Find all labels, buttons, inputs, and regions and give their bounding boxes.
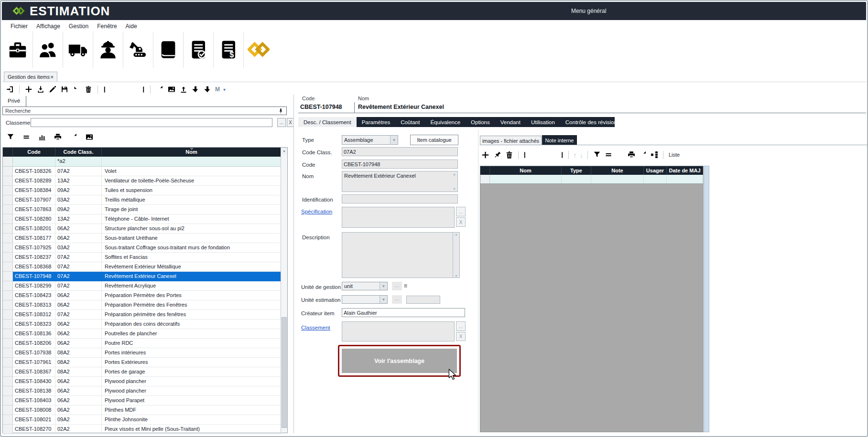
- specification-clear-button[interactable]: X: [456, 217, 466, 227]
- search-input[interactable]: Recherche: [2, 107, 287, 115]
- table-row[interactable]: CBEST-10831207A2Préparation périmètre de…: [3, 310, 282, 320]
- classement-clear-button[interactable]: X: [287, 118, 294, 127]
- row-header-cell[interactable]: [3, 415, 13, 425]
- scrollbar-thumb[interactable]: [282, 317, 287, 428]
- toolbar-button-document-dollar[interactable]: [214, 32, 244, 68]
- detail-tab-desc-classement[interactable]: Desc. / Classement: [298, 117, 357, 127]
- add-icon[interactable]: [481, 150, 490, 160]
- row-header-cell[interactable]: [3, 348, 13, 358]
- items-scrollbar[interactable]: ▲: [281, 148, 287, 433]
- row-header-cell[interactable]: [3, 186, 13, 195]
- toolbar-button-worker[interactable]: [93, 32, 123, 68]
- scroll-up-icon[interactable]: ▲: [281, 148, 287, 154]
- filter-icon[interactable]: [6, 133, 15, 142]
- item-catalogue-button[interactable]: Item catalogue: [410, 135, 458, 145]
- nom-textarea[interactable]: Revêtement Extérieur Canexel ▲ ▼: [342, 171, 458, 192]
- detail-tab-contro-le-des-re-visions[interactable]: Contrôle des révisions: [560, 117, 625, 127]
- table-row[interactable]: CBEST-10817706A2Sous-traitant Uréthane: [3, 234, 282, 243]
- scroll-down-icon[interactable]: ▼: [453, 274, 459, 277]
- table-row[interactable]: CBEST-10820106A2Structure plancher sous-…: [3, 224, 282, 234]
- classement-clear-button[interactable]: X: [456, 332, 466, 341]
- unite-estimation-dropdown[interactable]: ▼: [342, 295, 388, 304]
- row-header-cell[interactable]: [3, 358, 13, 367]
- table-row[interactable]: CBEST-10831306A2Préparation Pérmètre des…: [3, 300, 282, 310]
- filter-nom[interactable]: [490, 175, 562, 183]
- table-row[interactable]: CBEST-10836708A2Portes de garage: [3, 367, 282, 377]
- code-input[interactable]: [342, 160, 458, 169]
- specification-link[interactable]: Spécification: [301, 209, 332, 214]
- attach-pin-icon[interactable]: [493, 150, 502, 160]
- edit-pencil-icon[interactable]: [48, 85, 57, 94]
- menu-m-button[interactable]: M: [215, 86, 220, 93]
- row-header-cell[interactable]: [3, 205, 13, 214]
- table-row[interactable]: CBEST-10790703A2Treillis métallique: [3, 195, 282, 205]
- equals-icon[interactable]: [604, 150, 613, 159]
- specification-box[interactable]: [342, 207, 455, 228]
- pin-icon[interactable]: [278, 108, 284, 114]
- attachments-filter-row[interactable]: [480, 175, 703, 184]
- row-header-cell[interactable]: [3, 320, 13, 329]
- detail-tab-parame-tres[interactable]: Paramètres: [357, 117, 395, 127]
- detail-tab-cou-tant[interactable]: Coûtant: [395, 117, 425, 127]
- table-row[interactable]: CBEST-10843006A2Plywood plancher: [3, 377, 282, 386]
- scroll-up-icon[interactable]: ▲: [452, 172, 457, 176]
- table-row[interactable]: CBEST-10836807A2Revêtement Extérieur Mét…: [3, 262, 282, 272]
- voir-assemblage-button[interactable]: Voir l'assemblage: [342, 349, 457, 373]
- scroll-down-icon[interactable]: ▼: [452, 187, 457, 191]
- panel-splitter[interactable]: [293, 95, 294, 433]
- table-row[interactable]: CBEST-10794807A2Revêtement Extérieur Can…: [3, 272, 282, 281]
- tab-close-icon[interactable]: ×: [51, 74, 54, 80]
- print-icon[interactable]: [54, 133, 62, 141]
- toolbar-button-catalog-book[interactable]: [153, 32, 184, 68]
- table-row[interactable]: CBEST-10832607A2Volet: [3, 167, 282, 176]
- table-row[interactable]: CBEST-10838409A2Tuiles et suspension: [3, 186, 282, 195]
- filter-note[interactable]: [591, 175, 644, 183]
- chevron-down-icon[interactable]: ▼: [390, 136, 398, 144]
- detail-code-field[interactable]: CBEST-107948: [298, 102, 355, 113]
- description-scrollbar[interactable]: ▲▼: [453, 233, 459, 277]
- description-textarea[interactable]: ▲▼: [342, 232, 460, 278]
- row-header-cell[interactable]: [3, 329, 13, 339]
- unite-gestion-dropdown[interactable]: unit▼: [342, 282, 388, 290]
- attachments-scrollbar[interactable]: [704, 166, 709, 432]
- first-record-icon[interactable]: [103, 85, 111, 94]
- toolbar-button-truck[interactable]: [63, 32, 93, 68]
- menu-item-aide[interactable]: Aide: [122, 22, 141, 31]
- filter-usager[interactable]: [644, 175, 667, 183]
- toolbar-button-brand-gold[interactable]: [244, 32, 273, 68]
- refresh-icon[interactable]: [155, 85, 164, 94]
- table-row[interactable]: CBEST-10828913A2Ventilateur de toilette-…: [3, 176, 282, 186]
- table-row[interactable]: CBEST-10796108A2Portes Extérieures: [3, 358, 282, 367]
- exit-icon[interactable]: [6, 85, 14, 94]
- chevron-down-icon[interactable]: ▼: [380, 296, 387, 303]
- tree-view-icon[interactable]: [650, 150, 659, 159]
- toolbar-button-excavator[interactable]: [123, 32, 153, 68]
- identification-input[interactable]: [342, 194, 458, 203]
- tab-note-interne[interactable]: Note interne: [542, 135, 577, 145]
- row-header-cell[interactable]: [3, 396, 13, 405]
- detail-tab-e-quivalence[interactable]: Équivalence: [425, 117, 466, 127]
- table-row[interactable]: CBEST-10829907A2Revêtement Acrylique: [3, 281, 282, 291]
- row-header-cell[interactable]: [3, 253, 13, 262]
- last-record-icon[interactable]: [137, 85, 145, 94]
- row-header-cell[interactable]: [3, 339, 13, 348]
- table-row[interactable]: CBEST-10827002A2Pieux vissés et Mini pel…: [3, 425, 282, 434]
- table-row[interactable]: CBEST-10828013A2Téléphone - Câble- Inter…: [3, 214, 282, 224]
- toolbar-button-contacts[interactable]: [33, 32, 63, 68]
- row-header-cell[interactable]: [3, 386, 13, 396]
- table-row[interactable]: CBEST-10802109A2Plinthe Johnsonite: [3, 415, 282, 425]
- filter-nom[interactable]: [102, 157, 282, 166]
- refresh-icon[interactable]: [639, 150, 647, 159]
- toolbar-button-toolbox[interactable]: [3, 32, 33, 68]
- image-icon[interactable]: [167, 85, 176, 94]
- classement-box[interactable]: [342, 321, 455, 341]
- table-row[interactable]: CBEST-10813606A2Poutrelles de plancher: [3, 329, 282, 339]
- row-header-cell[interactable]: [3, 377, 13, 386]
- import-icon[interactable]: [36, 85, 45, 94]
- row-header-cell[interactable]: [3, 310, 13, 320]
- column-header-code[interactable]: Code: [13, 148, 55, 157]
- items-filter-row[interactable]: *a2: [3, 157, 282, 167]
- filter-code-class[interactable]: *a2: [55, 157, 102, 166]
- detail-nom-field[interactable]: Revêtement Extérieur Canexel: [354, 102, 866, 113]
- column-header-nom[interactable]: Nom: [102, 148, 282, 157]
